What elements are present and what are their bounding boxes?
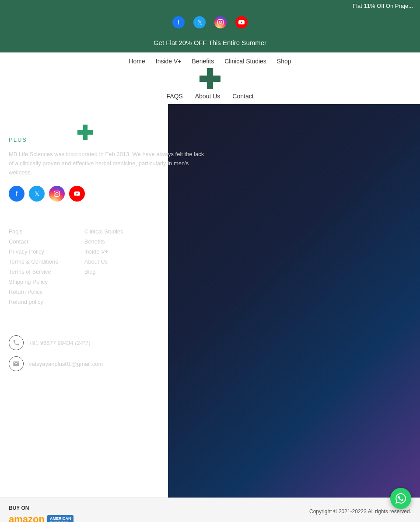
link-shipping-policy[interactable]: Shipping Policy (9, 278, 58, 285)
contact-section: CONTACT INFO +91 96677 99434 (24*7) vats… (9, 322, 210, 371)
email-icon (9, 356, 24, 371)
nav-home[interactable]: Home (129, 58, 145, 65)
nav-logo-cross[interactable] (200, 68, 220, 89)
facebook-icon[interactable]: f (172, 16, 185, 28)
contact-email-item: vatsyayanplus01@gmail.com (9, 356, 210, 371)
buy-label: BUY ON (9, 505, 184, 511)
nav-benefits[interactable]: Benefits (192, 58, 214, 65)
page-body: Vatsyayan PLUS MB Life Sciences was inco… (0, 104, 420, 498)
link-privacy-policy[interactable]: Privacy Policy (9, 248, 58, 255)
my-account-title: MY ACCOUNT (84, 215, 131, 222)
social-bar: f 𝕏 (0, 12, 420, 33)
account-about-us[interactable]: About Us (84, 258, 131, 265)
account-blog[interactable]: Blog (84, 268, 131, 275)
account-inside-v[interactable]: Inside V+ (84, 248, 131, 255)
footer-instagram-icon[interactable] (49, 186, 65, 202)
buy-section: BUY ON amazon AMERICANEXPRESS DINERSCLUB… (0, 498, 420, 522)
footer-social-icons: f 𝕏 (9, 186, 210, 202)
footer: Vatsyayan PLUS MB Life Sciences was inco… (0, 104, 219, 393)
nav-clinical-studies[interactable]: Clinical Studies (224, 58, 266, 65)
account-clinical-studies[interactable]: Clinical Studies (84, 228, 131, 235)
announcement-bar: Flat 11% Off On Praje... (0, 0, 420, 12)
announcement-text: Flat 11% Off On Praje... (353, 3, 413, 9)
amazon-text: amazon (9, 514, 45, 522)
footer-link-sections: QUICK LINKS Faq's Contact Privacy Policy… (9, 215, 210, 309)
contact-phone-item: +91 96677 99434 (24*7) (9, 335, 210, 350)
link-contact[interactable]: Contact (9, 238, 58, 245)
nav-about-us[interactable]: About Us (195, 93, 220, 100)
brand-sub-label: PLUS (9, 136, 73, 143)
footer-facebook-icon[interactable]: f (9, 186, 24, 202)
brand-tagline: MB Life Sciences was incorporated in Feb… (9, 150, 210, 177)
link-refund-policy[interactable]: Refund policy (9, 299, 58, 305)
nav-shop[interactable]: Shop (277, 58, 291, 65)
whatsapp-button[interactable] (390, 488, 411, 509)
brand-logo-cross (77, 125, 93, 140)
amazon-logo[interactable]: amazon AMERICANEXPRESS (9, 514, 184, 522)
contact-email[interactable]: vatsyayanplus01@gmail.com (29, 361, 103, 367)
nav-row1: Home Inside V+ Benefits Clinical Studies… (0, 52, 420, 66)
brand-logo: Vatsyayan PLUS (9, 122, 210, 143)
contact-title: CONTACT INFO (9, 322, 210, 329)
promo-text: Get Flat 20% OFF This Entire Summer (154, 39, 266, 46)
youtube-icon[interactable] (235, 16, 248, 28)
link-terms-service[interactable]: Terms of Service (9, 268, 58, 275)
footer-youtube-icon[interactable] (69, 186, 85, 202)
my-account-section: MY ACCOUNT Clinical Studies Benefits Ins… (84, 215, 131, 309)
amex-badge: AMERICANEXPRESS (47, 515, 74, 522)
phone-icon (9, 335, 24, 350)
nav-contact[interactable]: Contact (232, 93, 253, 100)
nav-row2: FAQS About Us Contact (0, 93, 420, 104)
instagram-icon[interactable] (214, 16, 227, 28)
link-return-policy[interactable]: Return Policy (9, 289, 58, 295)
logo-center (0, 66, 420, 93)
footer-twitter-icon[interactable]: 𝕏 (29, 186, 45, 202)
twitter-icon[interactable]: 𝕏 (193, 16, 206, 28)
quick-links-section: QUICK LINKS Faq's Contact Privacy Policy… (9, 215, 58, 309)
nav-inside-v[interactable]: Inside V+ (156, 58, 182, 65)
link-terms-conditions[interactable]: Terms & Conditions (9, 258, 58, 265)
link-faqs[interactable]: Faq's (9, 228, 58, 235)
nav-faqs[interactable]: FAQS (166, 93, 182, 100)
account-benefits[interactable]: Benefits (84, 238, 131, 245)
contact-phone[interactable]: +91 96677 99434 (24*7) (29, 340, 91, 346)
buy-on-block: BUY ON amazon AMERICANEXPRESS DINERSCLUB… (9, 505, 184, 522)
quick-links-title: QUICK LINKS (9, 215, 58, 222)
brand-name: Vatsyayan (9, 122, 73, 136)
promo-banner: Get Flat 20% OFF This Entire Summer (0, 33, 420, 52)
